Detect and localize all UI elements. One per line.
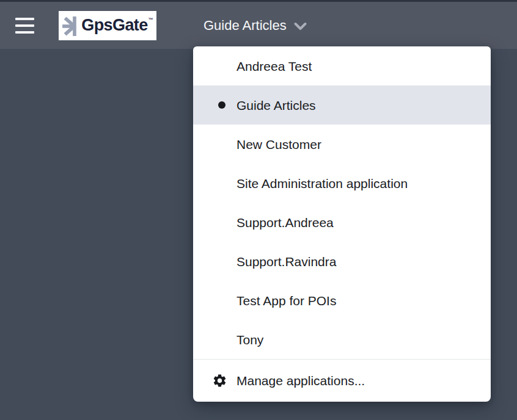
app-switcher-button[interactable]: Guide Articles bbox=[204, 19, 307, 32]
menu-item-label: Test App for POIs bbox=[237, 294, 336, 307]
menu-item[interactable]: Test App for POIs bbox=[193, 281, 491, 320]
menu-item-label: Support.Ravindra bbox=[237, 255, 336, 268]
chevron-down-icon bbox=[294, 22, 307, 31]
hamburger-menu-button[interactable] bbox=[15, 18, 34, 34]
gpsgate-logo[interactable]: GpsGate ™ bbox=[59, 11, 156, 40]
menu-item-label: Tony bbox=[237, 333, 263, 346]
application-list: Andreea Test Guide Articles New Customer… bbox=[193, 46, 491, 359]
menu-item[interactable]: New Customer bbox=[193, 125, 491, 164]
menu-item[interactable]: Site Administration application bbox=[193, 164, 491, 203]
manage-applications-item[interactable]: Manage applications... bbox=[193, 360, 491, 402]
app-switcher-label: Guide Articles bbox=[204, 19, 287, 32]
logo-trademark: ™ bbox=[148, 17, 153, 23]
gear-icon bbox=[212, 373, 227, 388]
top-navigation-bar: GpsGate ™ Guide Articles bbox=[0, 0, 517, 49]
menu-item-label: New Customer bbox=[237, 138, 321, 151]
menu-item[interactable]: Support.Ravindra bbox=[193, 242, 491, 281]
gpsgate-logo-text: GpsGate bbox=[81, 17, 147, 34]
menu-item[interactable]: Support.Andreea bbox=[193, 203, 491, 242]
menu-item-label: Site Administration application bbox=[237, 177, 408, 190]
menu-item[interactable]: Guide Articles bbox=[193, 85, 491, 125]
gpsgate-asterisk-icon bbox=[62, 16, 78, 36]
menu-item-label: Support.Andreea bbox=[237, 216, 334, 229]
menu-item-label: Guide Articles bbox=[237, 99, 316, 112]
menu-item[interactable]: Tony bbox=[193, 320, 491, 359]
bullet-icon bbox=[218, 101, 226, 109]
application-dropdown-menu: Andreea Test Guide Articles New Customer… bbox=[193, 46, 491, 402]
menu-item-label: Andreea Test bbox=[237, 60, 312, 73]
hamburger-icon bbox=[15, 18, 34, 34]
manage-applications-label: Manage applications... bbox=[237, 374, 365, 387]
menu-item[interactable]: Andreea Test bbox=[193, 46, 491, 85]
